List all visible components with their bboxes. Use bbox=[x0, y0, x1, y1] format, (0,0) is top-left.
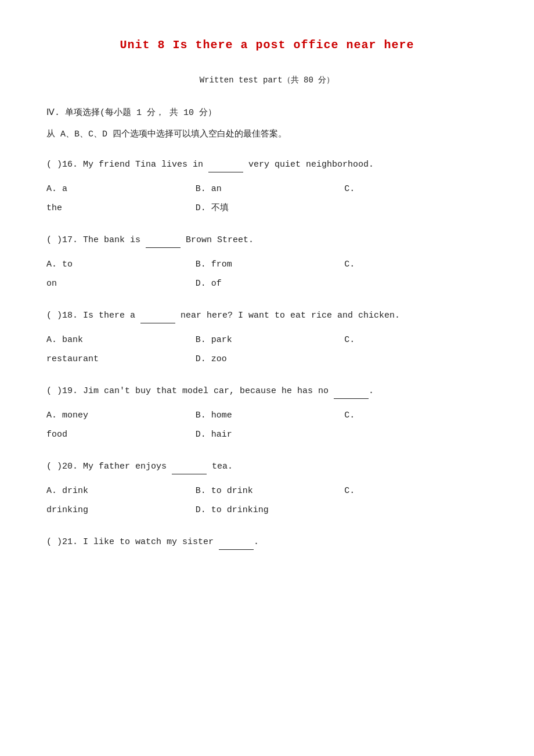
question-18-stem: ( )18. Is there a near here? I want to e… bbox=[46, 307, 488, 323]
question-19: ( )19. Jim can't buy that model car, bec… bbox=[46, 383, 488, 444]
option-19-d: D. hair bbox=[196, 425, 339, 444]
option-18-d: D. zoo bbox=[196, 350, 339, 369]
question-19-options: A. money B. home C. food D. hair bbox=[46, 406, 488, 444]
option-20-d: D. to drinking bbox=[196, 501, 339, 520]
option-18-c: C. bbox=[344, 330, 488, 350]
option-16-the: the bbox=[46, 199, 190, 218]
question-19-stem: ( )19. Jim can't buy that model car, bec… bbox=[46, 383, 488, 399]
option-20-drinking: drinking bbox=[46, 501, 190, 520]
option-18-restaurant: restaurant bbox=[46, 350, 190, 369]
option-16-d: D. 不填 bbox=[196, 199, 339, 218]
question-17-stem: ( )17. The bank is Brown Street. bbox=[46, 232, 488, 248]
question-16: ( )16. My friend Tina lives in very quie… bbox=[46, 156, 488, 218]
section-label: Ⅳ. 单项选择(每小题 1 分， 共 10 分） bbox=[46, 105, 488, 121]
option-17-d: D. of bbox=[196, 274, 339, 293]
question-21: ( )21. I like to watch my sister . bbox=[46, 534, 488, 550]
option-18-a: A. bank bbox=[46, 330, 190, 350]
instruction: 从 A、B、C、D 四个选项中选择可以填入空白处的最佳答案。 bbox=[46, 127, 488, 142]
question-20: ( )20. My father enjoys tea. A. drink B.… bbox=[46, 458, 488, 520]
question-18: ( )18. Is there a near here? I want to e… bbox=[46, 307, 488, 369]
option-17-b: B. from bbox=[196, 255, 339, 274]
option-20-a: A. drink bbox=[46, 481, 190, 501]
question-16-stem: ( )16. My friend Tina lives in very quie… bbox=[46, 156, 488, 172]
option-20-c: C. bbox=[344, 481, 488, 501]
question-20-options: A. drink B. to drink C. drinking D. to d… bbox=[46, 481, 488, 520]
page-title: Unit 8 Is there a post office near here bbox=[46, 35, 488, 56]
question-18-options: A. bank B. park C. restaurant D. zoo bbox=[46, 330, 488, 369]
option-17-c: C. bbox=[344, 255, 488, 274]
subtitle: Written test part（共 80 分） bbox=[46, 73, 488, 88]
question-16-options: A. a B. an C. the D. 不填 bbox=[46, 179, 488, 218]
question-17: ( )17. The bank is Brown Street. A. to B… bbox=[46, 232, 488, 293]
option-16-b: B. an bbox=[196, 179, 339, 199]
option-19-c: C. bbox=[344, 406, 488, 425]
question-20-stem: ( )20. My father enjoys tea. bbox=[46, 458, 488, 474]
option-16-c: C. bbox=[344, 179, 488, 199]
question-21-stem: ( )21. I like to watch my sister . bbox=[46, 534, 488, 550]
option-16-a: A. a bbox=[46, 179, 190, 199]
option-19-a: A. money bbox=[46, 406, 190, 425]
option-19-food: food bbox=[46, 425, 190, 444]
option-18-b: B. park bbox=[196, 330, 339, 350]
option-19-b: B. home bbox=[196, 406, 339, 425]
question-17-options: A. to B. from C. on D. of bbox=[46, 255, 488, 293]
option-20-b: B. to drink bbox=[196, 481, 339, 501]
option-17-a: A. to bbox=[46, 255, 190, 274]
option-17-on: on bbox=[46, 274, 190, 293]
